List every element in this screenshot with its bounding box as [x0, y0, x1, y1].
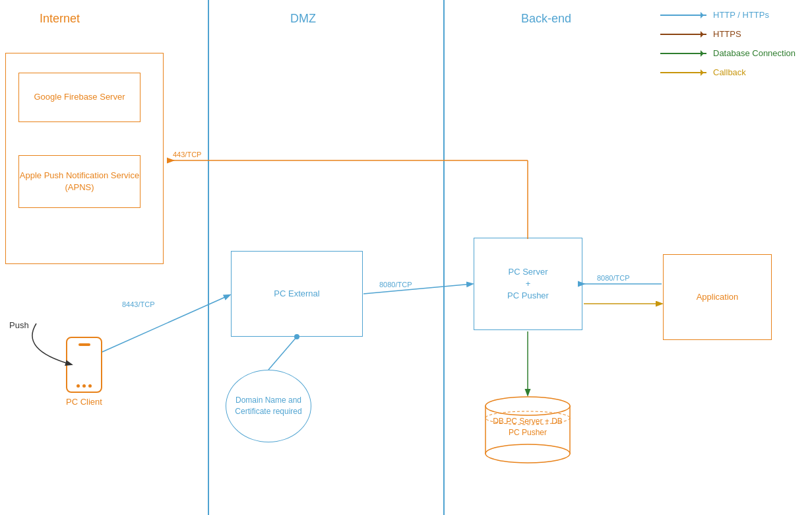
- svg-line-7: [268, 337, 297, 370]
- svg-point-11: [485, 444, 570, 463]
- apns-label: Apple Push Notification Service (APNS): [19, 170, 140, 193]
- firebase-label: Google Firebase Server: [34, 91, 125, 103]
- pc-external-label: PC External: [274, 288, 319, 300]
- phone-notch: [78, 343, 90, 346]
- pc-client-container: PC Client: [66, 337, 102, 407]
- push-label: Push: [9, 320, 29, 330]
- port-8080-in-label: 8080/TCP: [597, 274, 630, 282]
- divider-right: [443, 0, 445, 515]
- phone-dot-3: [88, 384, 92, 388]
- phone-dots: [77, 384, 92, 388]
- legend-item-https: HTTPS: [660, 29, 805, 40]
- pc-server-label: PC Server + PC Pusher: [507, 266, 549, 302]
- application-label: Application: [697, 291, 739, 303]
- divider-left: [208, 0, 209, 515]
- legend-arrow-https: [660, 34, 706, 35]
- apns-box: Apple Push Notification Service (APNS): [18, 155, 141, 208]
- phone-shape: [66, 337, 102, 393]
- application-box: Application: [663, 254, 772, 340]
- zone-internet-label: Internet: [40, 12, 80, 26]
- db-label: DB PC Server + DB PC Pusher: [491, 416, 564, 438]
- zone-backend-label: Back-end: [521, 12, 571, 26]
- phone-dot-2: [82, 384, 86, 388]
- domain-name-label: Domain Name and Certificate required: [226, 395, 311, 417]
- legend-arrow-http: [660, 15, 706, 16]
- zone-dmz-label: DMZ: [290, 12, 316, 26]
- legend-label-http: HTTP / HTTPs: [713, 10, 769, 21]
- legend-item-callback: Callback: [660, 67, 805, 79]
- port-8443-label: 8443/TCP: [122, 300, 155, 308]
- legend: HTTP / HTTPs HTTPS Database Connection C…: [660, 10, 805, 86]
- legend-item-db: Database Connection: [660, 48, 805, 59]
- legend-arrow-callback: [660, 72, 706, 73]
- port-8080-out-label: 8080/TCP: [379, 281, 412, 289]
- legend-label-https: HTTPS: [713, 29, 741, 40]
- diagram-container: Internet DMZ Back-end Google Firebase Se…: [0, 0, 812, 515]
- pc-external-box: PC External: [231, 251, 363, 337]
- svg-line-1: [102, 295, 230, 352]
- port-443-label: 443/TCP: [173, 151, 201, 158]
- pc-client-label: PC Client: [66, 397, 102, 407]
- pc-server-box: PC Server + PC Pusher: [474, 238, 582, 330]
- legend-item-http: HTTP / HTTPs: [660, 10, 805, 21]
- firebase-server-box: Google Firebase Server: [18, 73, 141, 122]
- legend-label-db: Database Connection: [713, 48, 796, 59]
- legend-label-callback: Callback: [713, 67, 746, 79]
- legend-arrow-db: [660, 53, 706, 54]
- svg-point-10: [485, 397, 570, 415]
- domain-circle: Domain Name and Certificate required: [226, 370, 311, 442]
- phone-dot-1: [77, 384, 80, 388]
